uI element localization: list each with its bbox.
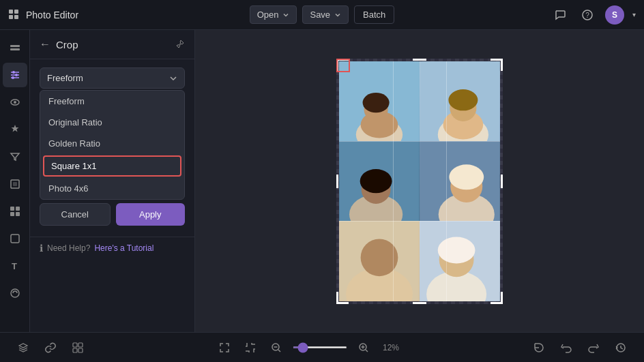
canvas-area: [195, 30, 644, 332]
crop-dropdown-trigger[interactable]: Freeform: [40, 67, 185, 89]
avatar-chevron-icon[interactable]: ▾: [632, 11, 636, 18]
crop-handle-bm[interactable]: [413, 299, 426, 304]
grid-bottom-icon-button[interactable]: [68, 338, 87, 357]
save-chevron-icon: [334, 12, 341, 18]
fit-screen-button[interactable]: [215, 338, 234, 357]
grid-icon: [8, 9, 20, 21]
svg-point-11: [15, 74, 18, 76]
svg-rect-3: [14, 15, 18, 19]
crop-handle-tr[interactable]: [491, 59, 503, 71]
zoom-in-icon: [358, 342, 369, 353]
crop-view-icon: [244, 342, 257, 354]
panel-pin-button[interactable]: [175, 39, 185, 50]
chat-icon-button[interactable]: [551, 5, 570, 25]
link-icon: [44, 342, 57, 354]
crop-dropdown-menu: Freeform Original Ratio Golden Ratio Squ…: [40, 90, 185, 200]
panel-header: ← Crop: [30, 30, 194, 59]
photo-cell-4-svg: [420, 141, 500, 221]
photo-cell-6-svg: [420, 221, 500, 301]
crop-handle-ml[interactable]: [336, 175, 342, 188]
crop-handle-mr[interactable]: [497, 175, 503, 188]
bottom-bar: 12%: [0, 332, 644, 362]
cancel-button[interactable]: Cancel: [40, 203, 111, 226]
crop-handle-tl[interactable]: [336, 59, 349, 71]
redo-button[interactable]: [584, 338, 603, 357]
svg-rect-17: [13, 182, 17, 186]
svg-point-29: [363, 92, 390, 112]
zoom-in-button[interactable]: [354, 338, 373, 357]
svg-point-13: [12, 76, 14, 79]
svg-rect-18: [10, 207, 14, 211]
photo-cell-4: [420, 141, 500, 221]
layers-bottom-icon-button[interactable]: [14, 338, 33, 357]
chat-icon: [554, 9, 566, 21]
crop-handle-tm[interactable]: [413, 59, 426, 64]
photo-cell-2: [420, 61, 500, 141]
bottom-left-tools: [14, 338, 87, 357]
info-icon: ℹ: [40, 243, 43, 254]
layers-bottom-icon: [17, 342, 29, 354]
dropdown-option-golden-ratio[interactable]: Golden Ratio: [40, 133, 184, 154]
help-icon-button[interactable]: ?: [578, 5, 597, 25]
extra-icon: [9, 287, 21, 299]
svg-rect-20: [10, 212, 14, 216]
svg-text:T: T: [12, 261, 17, 271]
history-button[interactable]: [611, 338, 630, 357]
svg-point-50: [438, 237, 475, 264]
sidebar-item-effects[interactable]: [3, 117, 27, 142]
sidebar-item-adjust[interactable]: [3, 63, 27, 87]
objects-icon: [9, 232, 21, 245]
svg-line-61: [366, 350, 368, 352]
crop-dropdown-container: Freeform Freeform Original Ratio Golden …: [30, 59, 194, 89]
crop-view-button[interactable]: [241, 338, 260, 357]
avatar[interactable]: S: [605, 5, 624, 25]
apply-button[interactable]: Apply: [116, 203, 186, 226]
zoom-out-button[interactable]: [267, 338, 286, 357]
photo-cell-1: [339, 61, 420, 141]
bottom-right-tools: [529, 338, 630, 357]
sidebar-item-extra[interactable]: [3, 281, 27, 305]
app-logo[interactable]: [8, 9, 20, 21]
sidebar-item-elements[interactable]: [3, 199, 27, 224]
layers-icon: [9, 42, 21, 54]
frame-icon: [9, 178, 21, 190]
svg-point-38: [360, 169, 392, 193]
panel-title: Crop: [56, 39, 170, 50]
sidebar-item-filters[interactable]: [3, 145, 27, 169]
zoom-slider[interactable]: [293, 346, 347, 348]
open-button[interactable]: Open: [250, 5, 297, 24]
sidebar-item-view[interactable]: [3, 90, 27, 115]
action-buttons: Cancel Apply: [30, 200, 194, 237]
save-button[interactable]: Save: [302, 5, 349, 24]
rotate-ccw-icon: [533, 342, 545, 354]
bottom-center-zoom: 12%: [215, 338, 402, 357]
dropdown-option-photo-4x6[interactable]: Photo 4x6: [40, 178, 184, 199]
left-sidebar: T: [0, 30, 30, 332]
svg-rect-52: [78, 343, 83, 347]
crop-panel: ← Crop Freeform Freeform Original Ratio …: [30, 30, 195, 332]
svg-rect-54: [78, 348, 83, 352]
dropdown-option-original-ratio[interactable]: Original Ratio: [40, 112, 184, 133]
photo-cell-1-svg: [339, 61, 420, 141]
panel-back-button[interactable]: ←: [40, 38, 50, 50]
batch-button[interactable]: Batch: [354, 5, 394, 24]
link-icon-button[interactable]: [41, 338, 60, 357]
sidebar-item-objects[interactable]: [3, 226, 27, 251]
undo-icon: [560, 342, 572, 354]
svg-line-57: [278, 350, 280, 352]
svg-point-42: [449, 164, 484, 190]
sidebar-item-layers[interactable]: [3, 35, 27, 60]
svg-rect-0: [9, 10, 13, 14]
crop-handle-br[interactable]: [491, 292, 503, 304]
svg-rect-53: [73, 348, 77, 352]
photo-cell-3-svg: [339, 141, 420, 221]
crop-handle-bl[interactable]: [336, 292, 349, 304]
top-bar-center: Open Save Batch: [250, 5, 395, 24]
undo-button[interactable]: [557, 338, 576, 357]
dropdown-option-freeform[interactable]: Freeform: [40, 91, 184, 112]
tutorial-link[interactable]: Here's a Tutorial: [94, 243, 153, 253]
rotate-ccw-button[interactable]: [529, 338, 548, 357]
sidebar-item-text[interactable]: T: [3, 254, 27, 278]
dropdown-option-square[interactable]: Square 1x1: [43, 155, 181, 177]
sidebar-item-frames[interactable]: [3, 172, 27, 196]
